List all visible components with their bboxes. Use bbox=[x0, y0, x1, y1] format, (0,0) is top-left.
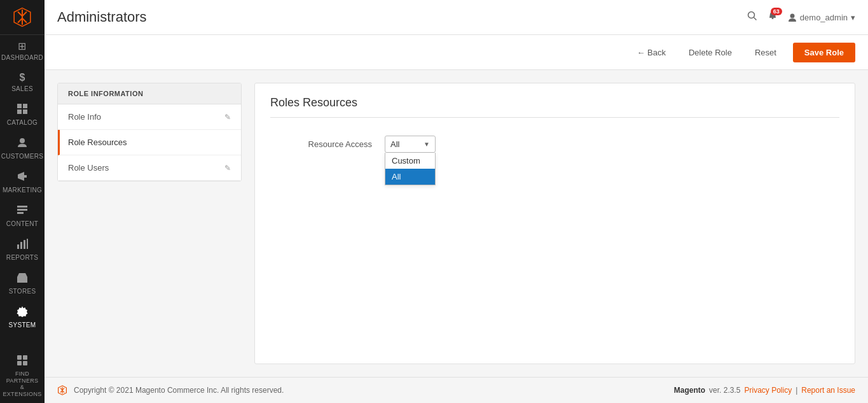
menu-item-role-info[interactable]: Role Info ✎ bbox=[58, 104, 241, 130]
svg-rect-10 bbox=[20, 242, 22, 249]
magento-label: Magento bbox=[674, 386, 705, 395]
sidebar-item-system[interactable]: System bbox=[0, 300, 45, 334]
footer-right: Magento ver. 2.3.5 Privacy Policy | Repo… bbox=[674, 386, 855, 395]
footer-copyright: Copyright © 2021 Magento Commerce Inc. A… bbox=[57, 385, 284, 395]
separator: | bbox=[796, 386, 797, 395]
svg-rect-3 bbox=[23, 110, 27, 114]
marketing-icon bbox=[17, 171, 28, 185]
sidebar-item-label: Reports bbox=[6, 254, 38, 262]
notification-badge: 63 bbox=[771, 8, 782, 15]
delete-role-button[interactable]: Delete Role bbox=[682, 44, 738, 61]
dashboard-icon: ⊞ bbox=[18, 40, 26, 52]
dropdown-arrow-icon: ▼ bbox=[424, 141, 430, 148]
svg-rect-12 bbox=[27, 239, 28, 249]
sidebar-item-reports[interactable]: Reports bbox=[0, 233, 45, 267]
report-issue-link[interactable]: Report an Issue bbox=[801, 386, 855, 395]
dropdown-option-custom[interactable]: Custom bbox=[385, 153, 435, 169]
customers-icon bbox=[17, 137, 28, 151]
sidebar: ⊞ Dashboard $ Sales Catalog Customers Ma… bbox=[0, 0, 45, 403]
sidebar-item-marketing[interactable]: Marketing bbox=[0, 166, 45, 199]
reset-button[interactable]: Reset bbox=[748, 44, 783, 61]
find-partners-icon bbox=[17, 355, 28, 369]
edit-icon: ✎ bbox=[224, 164, 231, 173]
privacy-policy-link[interactable]: Privacy Policy bbox=[744, 386, 792, 395]
dropdown-option-all[interactable]: All bbox=[385, 169, 435, 185]
sidebar-item-label: Find Partners& Extensions bbox=[3, 371, 42, 398]
page-title: Administrators bbox=[57, 9, 147, 25]
sidebar-logo bbox=[0, 0, 45, 35]
sidebar-item-label: Dashboard bbox=[1, 54, 43, 62]
dropdown-options: Custom All bbox=[385, 153, 436, 185]
content-icon bbox=[17, 204, 28, 218]
svg-rect-6 bbox=[17, 206, 27, 208]
svg-rect-11 bbox=[24, 240, 25, 249]
svg-rect-14 bbox=[20, 279, 24, 283]
sidebar-item-dashboard[interactable]: ⊞ Dashboard bbox=[0, 35, 45, 67]
svg-rect-7 bbox=[17, 209, 27, 211]
edit-icon: ✎ bbox=[224, 113, 231, 122]
svg-line-21 bbox=[754, 18, 756, 20]
copyright-text: Copyright © 2021 Magento Commerce Inc. A… bbox=[74, 386, 284, 395]
sidebar-item-stores[interactable]: Stores bbox=[0, 267, 45, 300]
notifications-icon[interactable]: 63 bbox=[768, 11, 778, 24]
menu-item-role-users[interactable]: Role Users ✎ bbox=[58, 155, 241, 181]
sidebar-item-label: Stores bbox=[9, 288, 36, 295]
svg-rect-22 bbox=[771, 18, 773, 19]
svg-point-20 bbox=[748, 12, 754, 18]
svg-point-23 bbox=[790, 14, 794, 18]
section-title: Roles Resources bbox=[270, 96, 839, 118]
svg-rect-19 bbox=[23, 361, 27, 365]
svg-rect-2 bbox=[17, 110, 22, 114]
menu-item-role-resources[interactable]: Role Resources bbox=[58, 130, 241, 155]
sidebar-item-sales[interactable]: $ Sales bbox=[0, 67, 45, 98]
header-actions: 63 demo_admin ▾ bbox=[747, 11, 855, 24]
dropdown-trigger[interactable]: All ▼ bbox=[385, 136, 436, 153]
svg-rect-1 bbox=[23, 104, 27, 108]
svg-rect-8 bbox=[17, 212, 24, 214]
reports-icon bbox=[17, 238, 28, 252]
sidebar-item-content[interactable]: Content bbox=[0, 199, 45, 233]
user-menu[interactable]: demo_admin ▾ bbox=[788, 13, 855, 22]
action-bar: ← Back Delete Role Reset Save Role bbox=[45, 35, 868, 70]
page-body: Role Information Role Info ✎ Role Resour… bbox=[45, 70, 868, 377]
sidebar-item-label: Sales bbox=[11, 85, 33, 93]
svg-rect-0 bbox=[17, 104, 22, 108]
version-label: ver. 2.3.5 bbox=[709, 386, 740, 395]
svg-rect-9 bbox=[17, 244, 19, 249]
svg-rect-18 bbox=[17, 361, 22, 365]
sidebar-item-label: Marketing bbox=[3, 187, 42, 194]
sidebar-item-customers[interactable]: Customers bbox=[0, 132, 45, 166]
resource-access-label: Resource Access bbox=[270, 136, 372, 149]
search-icon[interactable] bbox=[747, 11, 757, 24]
user-name: demo_admin bbox=[800, 13, 848, 22]
sidebar-item-catalog[interactable]: Catalog bbox=[0, 98, 45, 132]
user-chevron: ▾ bbox=[851, 13, 855, 22]
sidebar-item-label: Customers bbox=[1, 153, 43, 160]
sidebar-item-label: System bbox=[9, 322, 36, 329]
sidebar-item-find-partners[interactable]: Find Partners& Extensions bbox=[0, 350, 45, 403]
svg-rect-17 bbox=[23, 355, 27, 360]
role-info-panel: Role Information Role Info ✎ Role Resour… bbox=[57, 83, 242, 181]
resource-access-row: Resource Access All ▼ Custom All bbox=[270, 125, 839, 163]
panel-heading: Role Information bbox=[58, 83, 241, 104]
back-button[interactable]: ← Back bbox=[630, 44, 672, 61]
catalog-icon bbox=[17, 103, 28, 117]
svg-rect-5 bbox=[24, 175, 27, 178]
page-header: Administrators 63 demo_admin ▾ bbox=[45, 0, 868, 35]
svg-point-4 bbox=[20, 138, 25, 143]
sales-icon: $ bbox=[19, 72, 25, 83]
save-role-button[interactable]: Save Role bbox=[793, 43, 855, 62]
svg-rect-16 bbox=[17, 355, 22, 360]
main-content: Administrators 63 demo_admin ▾ ← Back De… bbox=[45, 0, 868, 403]
right-panel: Roles Resources Resource Access All ▼ Cu… bbox=[254, 83, 855, 364]
resource-access-dropdown: All ▼ Custom All bbox=[385, 136, 436, 153]
left-panel: Role Information Role Info ✎ Role Resour… bbox=[57, 83, 242, 364]
stores-icon bbox=[17, 272, 28, 286]
sidebar-item-label: Catalog bbox=[7, 119, 38, 127]
dropdown-current-value: All bbox=[390, 139, 424, 149]
page-footer: Copyright © 2021 Magento Commerce Inc. A… bbox=[45, 377, 868, 403]
sidebar-item-label: Content bbox=[6, 220, 38, 228]
system-icon bbox=[17, 306, 28, 320]
